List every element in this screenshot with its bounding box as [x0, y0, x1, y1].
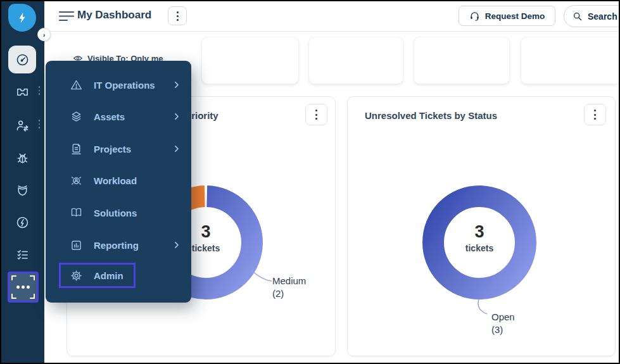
chevron-right-icon [172, 241, 181, 249]
ticket-icon [15, 85, 30, 99]
more-dots-icon [22, 286, 25, 289]
sidebar-item-dashboard[interactable] [8, 46, 36, 73]
search-icon [573, 11, 583, 22]
donut-center-status: 3 tickets [435, 223, 524, 253]
card-title: Unresolved Tickets by Status [365, 110, 497, 121]
stat-card[interactable] [308, 37, 403, 84]
ticket-count-label: tickets [435, 243, 524, 253]
card-kebab-button[interactable] [584, 104, 606, 125]
dashboard-gauge-icon [15, 53, 30, 67]
sidebar-item-problems[interactable] [8, 144, 36, 172]
sidebar-item-changes[interactable] [8, 176, 36, 204]
shield-waves-icon [15, 183, 30, 198]
menu-item-projects[interactable]: Projects [70, 136, 181, 161]
request-demo-label: Request Demo [485, 11, 545, 21]
document-icon [70, 142, 83, 156]
selection-corner [11, 294, 16, 299]
gear-icon [70, 269, 83, 282]
tickets-kebab-icon[interactable] [37, 86, 41, 95]
sidebar-item-automation[interactable] [8, 208, 36, 236]
chevron-right-icon [172, 80, 181, 89]
workload-icon [70, 174, 83, 187]
app-window: › My Dashboard Request Demo Search Visib… [0, 0, 620, 364]
page-title: My Dashboard [77, 9, 151, 22]
search-input[interactable]: Search [564, 5, 620, 27]
layers-icon [70, 110, 83, 123]
lightning-circle-icon [15, 215, 30, 230]
checklist-icon [15, 248, 30, 262]
user-sync-icon [15, 118, 30, 133]
request-demo-button[interactable]: Request Demo [459, 6, 555, 26]
warning-triangle-icon [70, 78, 83, 92]
headset-icon [469, 11, 480, 22]
stat-card[interactable] [521, 37, 620, 84]
sidebar-item-tickets[interactable] [8, 78, 36, 106]
callout-open: Open (3) [491, 311, 515, 336]
sidebar-item-requesters[interactable] [8, 111, 36, 139]
chevron-right-icon [172, 112, 181, 121]
bar-chart-icon [70, 239, 83, 252]
bug-icon [15, 151, 30, 165]
menu-item-it-operations[interactable]: IT Operations [70, 72, 181, 97]
selection-corner [30, 275, 35, 280]
dashboard-menu-icon[interactable] [59, 9, 74, 23]
stat-card[interactable] [414, 37, 510, 84]
chevron-right-icon [172, 144, 181, 153]
sidebar-expand-button[interactable]: › [37, 28, 51, 41]
menu-item-workload[interactable]: Workload [70, 168, 181, 193]
stat-card[interactable] [201, 37, 299, 84]
card-kebab-button[interactable] [305, 104, 327, 125]
more-flyout-menu: IT Operations Assets Projects [46, 61, 191, 303]
requesters-kebab-icon[interactable] [37, 120, 41, 129]
dashboard-kebab-button[interactable] [168, 6, 187, 25]
more-dots-icon [27, 286, 30, 289]
app-logo[interactable] [8, 4, 36, 32]
callout-leader-line [250, 268, 275, 287]
sidebar [0, 0, 44, 364]
lightning-logo-icon [15, 11, 29, 25]
search-label: Search [588, 11, 617, 22]
selection-corner [30, 294, 35, 299]
menu-item-solutions[interactable]: Solutions [70, 200, 181, 225]
ticket-count: 3 [435, 223, 524, 242]
selection-corner [11, 275, 16, 280]
sidebar-item-tasks[interactable] [8, 241, 36, 268]
menu-item-reporting[interactable]: Reporting [70, 232, 181, 258]
book-icon [70, 206, 83, 220]
menu-item-admin[interactable]: Admin [59, 263, 136, 288]
sidebar-item-more[interactable] [8, 272, 39, 303]
callout-medium: Medium (2) [272, 275, 306, 300]
more-dots-icon [16, 286, 20, 289]
menu-item-assets[interactable]: Assets [70, 104, 181, 129]
